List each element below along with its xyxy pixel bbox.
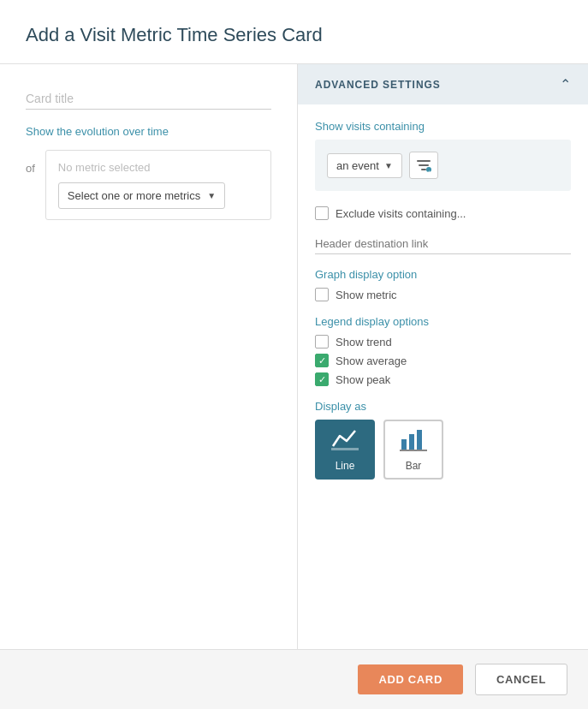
advanced-settings-title: ADVANCED SETTINGS xyxy=(315,79,441,91)
no-metric-text: No metric selected xyxy=(58,161,258,174)
show-peak-checkbox[interactable]: ✓ xyxy=(315,372,329,386)
line-label: Line xyxy=(336,460,355,472)
show-visits-section: Show visits containing an event ▼ xyxy=(315,120,571,191)
advanced-settings-header: ADVANCED SETTINGS ⌃ xyxy=(298,64,588,104)
header-dest-section xyxy=(315,234,571,254)
graph-display-section: Graph display option Show metric xyxy=(315,268,571,301)
svg-rect-7 xyxy=(409,434,414,450)
exclude-label: Exclude visits containing... xyxy=(336,207,466,220)
show-metric-checkbox[interactable] xyxy=(315,288,329,301)
svg-rect-9 xyxy=(400,450,427,451)
display-as-label: Display as xyxy=(315,400,571,413)
event-dropdown[interactable]: an event ▼ xyxy=(327,153,402,178)
filter-icon: + xyxy=(416,158,431,172)
show-average-row: ✓ Show average xyxy=(315,354,571,367)
show-visits-box: an event ▼ + xyxy=(315,140,571,191)
of-label: of xyxy=(26,162,35,175)
bar-chart-icon xyxy=(400,427,427,456)
svg-rect-8 xyxy=(417,430,422,450)
evolution-label: Show the evolution over time xyxy=(26,125,271,138)
legend-label: Legend display options xyxy=(315,315,571,328)
show-peak-label: Show peak xyxy=(336,373,390,386)
svg-rect-5 xyxy=(331,448,359,450)
event-row: an event ▼ + xyxy=(327,152,559,179)
right-panel: ADVANCED SETTINGS ⌃ Show visits containi… xyxy=(298,64,588,649)
event-dropdown-arrow-icon: ▼ xyxy=(384,161,393,170)
card-title-input[interactable] xyxy=(26,88,271,110)
cancel-button[interactable]: CANCEL xyxy=(475,664,567,695)
modal-header: Add a Visit Metric Time Series Card xyxy=(0,0,588,64)
svg-rect-1 xyxy=(419,164,429,166)
display-as-row: Line Ba xyxy=(315,420,571,480)
collapse-icon[interactable]: ⌃ xyxy=(560,76,571,92)
svg-rect-0 xyxy=(417,160,431,162)
metric-dropdown-arrow-icon: ▼ xyxy=(207,191,216,200)
line-chart-icon xyxy=(331,427,359,456)
svg-rect-2 xyxy=(421,169,426,170)
show-metric-row: Show metric xyxy=(315,288,571,301)
show-trend-row: Show trend xyxy=(315,335,571,349)
legend-section: Legend display options Show trend ✓ Show… xyxy=(315,315,571,386)
show-metric-label: Show metric xyxy=(336,289,397,301)
exclude-checkbox[interactable] xyxy=(315,206,329,220)
metric-inner: No metric selected Select one or more me… xyxy=(58,161,258,209)
header-dest-input[interactable] xyxy=(315,234,571,254)
show-trend-label: Show trend xyxy=(336,336,392,349)
svg-rect-6 xyxy=(401,439,407,450)
modal-title: Add a Visit Metric Time Series Card xyxy=(26,24,562,46)
metric-dropdown-label: Select one or more metrics xyxy=(68,189,200,202)
modal-footer: ADD CARD CANCEL xyxy=(0,649,588,709)
show-peak-row: ✓ Show peak xyxy=(315,372,571,386)
metric-dropdown[interactable]: Select one or more metrics ▼ xyxy=(58,182,225,209)
modal: Add a Visit Metric Time Series Card Show… xyxy=(0,0,588,709)
svg-text:+: + xyxy=(427,169,431,173)
right-panel-content: Show visits containing an event ▼ xyxy=(298,104,588,495)
line-display-card[interactable]: Line xyxy=(315,420,375,480)
show-trend-checkbox[interactable] xyxy=(315,335,329,349)
modal-body: Show the evolution over time of No metri… xyxy=(0,64,588,649)
event-dropdown-label: an event xyxy=(336,159,379,172)
graph-display-label: Graph display option xyxy=(315,268,571,281)
bar-display-card[interactable]: Bar xyxy=(383,420,443,480)
left-panel: Show the evolution over time of No metri… xyxy=(0,64,298,649)
metric-area: of No metric selected Select one or more… xyxy=(26,150,271,220)
bar-label: Bar xyxy=(406,460,422,472)
show-visits-label: Show visits containing xyxy=(315,120,571,133)
show-average-label: Show average xyxy=(336,354,407,367)
metric-box: No metric selected Select one or more me… xyxy=(45,150,271,220)
add-card-button[interactable]: ADD CARD xyxy=(358,664,463,694)
display-as-section: Display as Line xyxy=(315,400,571,480)
exclude-row: Exclude visits containing... xyxy=(315,206,571,220)
filter-icon-button[interactable]: + xyxy=(409,152,438,179)
show-average-checkbox[interactable]: ✓ xyxy=(315,354,329,367)
